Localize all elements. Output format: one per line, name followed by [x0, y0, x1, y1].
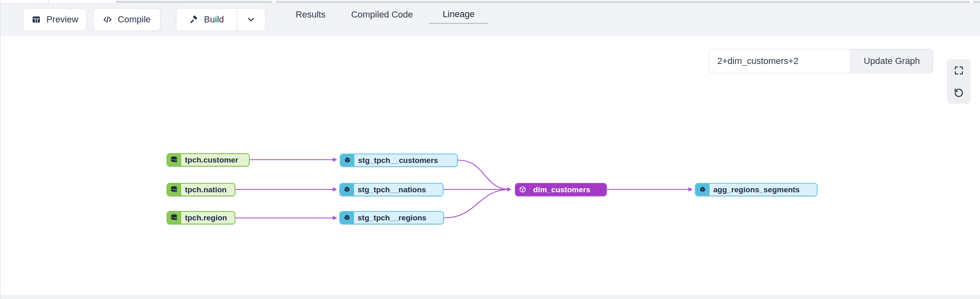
compile-button[interactable]: Compile [93, 8, 160, 31]
node-tpch-region[interactable]: tpch.region [167, 211, 235, 224]
build-dropdown-button[interactable] [237, 9, 265, 31]
node-label: agg_regions_segments [710, 184, 817, 196]
cube-icon [516, 184, 530, 196]
tab-results-label: Results [296, 9, 325, 20]
build-button[interactable]: Build [176, 9, 237, 31]
build-label: Build [204, 14, 224, 25]
fullscreen-button[interactable] [947, 59, 971, 81]
cube-icon [341, 154, 354, 166]
cube-icon [696, 184, 710, 196]
tab-compiled-code-label: Compiled Code [351, 9, 413, 20]
preview-label: Preview [46, 14, 78, 25]
tab-lineage[interactable]: Lineage [429, 5, 488, 24]
edge-stgregions-dim [444, 189, 510, 218]
editor-bottom-strip [0, 0, 980, 4]
node-stg-tpch-regions[interactable]: stg_tpch__regions [339, 211, 444, 224]
pane-divider [48, 0, 48, 4]
lineage-selector-input[interactable] [709, 49, 850, 73]
table-icon [31, 15, 41, 24]
node-label: stg_tpch__customers [354, 154, 457, 166]
hammer-icon [189, 15, 199, 24]
ide-screen: Preview Compile Build [0, 0, 980, 299]
canvas-left-divider [4, 36, 4, 295]
edge-stgcustomers-dim [458, 160, 510, 189]
node-dim-customers[interactable]: dim_customers [515, 183, 607, 196]
database-icon [167, 154, 181, 166]
cube-icon [340, 184, 354, 196]
database-icon [167, 212, 181, 224]
horizontal-scrollbar[interactable] [116, 1, 272, 3]
bottom-strip [0, 295, 980, 299]
node-agg-regions-segments[interactable]: agg_regions_segments [695, 183, 817, 196]
database-icon [167, 184, 181, 196]
lineage-selector-group: Update Graph [709, 49, 933, 73]
compile-label: Compile [118, 14, 151, 25]
node-stg-tpch-nations[interactable]: stg_tpch__nations [339, 183, 444, 196]
toolbar: Preview Compile Build [0, 4, 980, 36]
code-icon [103, 15, 112, 24]
node-tpch-nation[interactable]: tpch.nation [167, 183, 235, 196]
lineage-edges [0, 36, 980, 295]
reset-view-button[interactable] [947, 81, 971, 104]
tab-results[interactable]: Results [284, 5, 337, 24]
node-label: dim_customers [530, 184, 606, 196]
tab-lineage-label: Lineage [443, 9, 475, 20]
fullscreen-icon [954, 65, 964, 76]
tab-compiled-code[interactable]: Compiled Code [337, 5, 427, 24]
node-label: tpch.region [181, 212, 235, 224]
node-tpch-customer[interactable]: tpch.customer [167, 153, 250, 167]
node-label: tpch.customer [181, 154, 249, 166]
chevron-down-icon [246, 15, 256, 24]
node-stg-tpch-customers[interactable]: stg_tpch__customers [340, 154, 458, 167]
cube-icon [340, 212, 354, 224]
build-split-button: Build [176, 8, 266, 31]
lineage-canvas[interactable]: tpch.customer tpch.nation [0, 36, 980, 295]
update-graph-button[interactable]: Update Graph [850, 49, 933, 73]
reset-view-icon [954, 88, 964, 98]
node-label: stg_tpch__regions [354, 212, 443, 224]
node-label: tpch.nation [181, 184, 235, 196]
horizontal-scrollbar[interactable] [276, 1, 970, 3]
node-label: stg_tpch__nations [354, 184, 443, 196]
view-controls-panel [947, 59, 971, 104]
horizontal-scrollbar[interactable] [973, 1, 980, 3]
preview-button[interactable]: Preview [23, 8, 87, 31]
